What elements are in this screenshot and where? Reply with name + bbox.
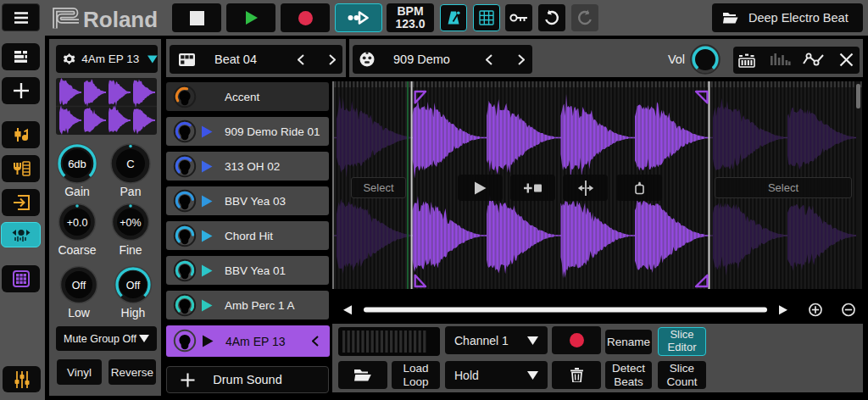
svg-text:High: High <box>121 306 146 319</box>
svg-text:Low: Low <box>68 306 91 319</box>
svg-text:+0.0: +0.0 <box>67 217 88 229</box>
svg-text:Gain: Gain <box>64 185 90 198</box>
svg-text:Roland: Roland <box>83 7 158 32</box>
svg-text:Pan: Pan <box>120 185 142 198</box>
svg-text:C: C <box>126 158 134 170</box>
svg-text:Off: Off <box>72 280 86 292</box>
svg-text:+0%: +0% <box>120 217 141 229</box>
svg-text:Coarse: Coarse <box>58 243 96 257</box>
svg-text:Off: Off <box>126 280 141 292</box>
svg-text:Fine: Fine <box>119 243 142 257</box>
svg-text:6db: 6db <box>68 158 86 170</box>
